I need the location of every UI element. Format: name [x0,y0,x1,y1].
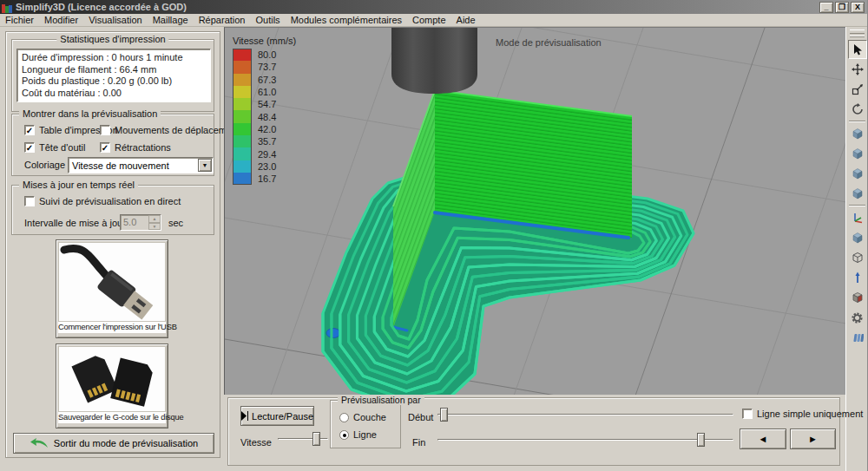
retractions-checkbox[interactable]: ✓ [100,142,110,153]
close-button[interactable]: X [851,2,865,13]
menu-item-outils[interactable]: Outils [251,14,286,26]
legend-swatch [233,49,252,61]
checkbox-live-preview[interactable]: Suivi de prévisualisation en direct [24,196,181,206]
realtime-updates-group: Mises à jour en temps réel Suivi de prév… [11,185,214,235]
save-gcode-button[interactable]: Sauvegarder le G-code sur le disque [56,343,168,428]
checkbox-travel-moves[interactable]: Mouvements de déplacement [100,125,240,135]
settings-button[interactable] [848,308,867,327]
cursor-icon [852,43,864,56]
start-slider[interactable] [437,408,733,422]
usb-plug-image [58,242,166,322]
menu-bar: FichierModifierVisualisationMaillageRépa… [0,14,868,27]
move-tool-button[interactable] [848,60,867,79]
legend-value: 48.4 [258,112,276,122]
filament-gauge-button[interactable] [848,328,867,347]
step-forward-button[interactable]: ► [790,428,836,449]
show-in-preview-title: Montrer dans la prévisualisation [19,108,161,119]
legend-swatch [233,74,252,86]
select-tool-button[interactable] [848,40,867,59]
menu-item-modifier[interactable]: Modifier [39,14,83,26]
checkbox-retractions[interactable]: ✓ Rétractations [100,142,171,153]
z-height-button[interactable] [848,268,867,287]
toolhead-checkbox[interactable]: ✓ [24,142,35,153]
model-cube-button[interactable] [848,228,867,247]
legend-swatch [233,98,252,110]
legend-value: 42.0 [258,124,276,134]
menu-item-aide[interactable]: Aide [451,14,481,26]
menu-item-r-paration[interactable]: Réparation [194,14,251,26]
legend-value: 61.0 [258,87,276,97]
move-icon [852,63,864,75]
legend-entry: 16.7 [233,173,296,185]
preview-by-group: Prévisualisation par Couche Ligne [330,400,401,448]
travel-moves-label: Mouvements de déplacement [115,125,240,135]
menu-item-maillage[interactable]: Maillage [148,14,194,26]
step-back-button[interactable]: ◄ [740,428,786,449]
toolbar-gripper[interactable] [850,29,865,34]
rotate-tool-button[interactable] [848,100,867,119]
play-pause-button[interactable]: Lecture/Pause [240,406,314,426]
legend-entry: 23.0 [233,160,296,173]
view-cube-top-button[interactable] [848,144,867,163]
play-pause-label: Lecture/Pause [252,411,313,422]
green-back-arrow-icon [30,437,49,449]
view-cube-side-button[interactable] [848,184,867,203]
minimize-button[interactable]: _ [819,2,833,13]
wireframe-cube-icon [852,252,864,264]
menu-item-modules-compl-mentaires[interactable]: Modules complémentaires [286,14,407,26]
legend-entry: 80.0 [233,49,296,61]
start-slider-handle[interactable] [440,408,448,422]
live-preview-checkbox[interactable] [24,196,35,206]
spinner-down-icon[interactable]: ▼ [148,223,161,231]
single-line-checkbox[interactable] [742,409,753,419]
speed-legend-title: Vitesse (mm/s) [233,36,296,46]
speed-slider-handle[interactable] [312,432,320,446]
cross-section-button[interactable] [848,288,867,307]
view-cube-front-button[interactable] [848,164,867,183]
scale-tool-button[interactable] [848,80,867,99]
stat-print-time: Durée d'impression : 0 hours 1 minute [22,52,206,64]
legend-swatch [233,110,252,122]
exit-preview-button[interactable]: Sortir du mode de prévisualisation [13,433,214,454]
preview-3d-viewport[interactable]: Vitesse (mm/s) 80.073.767.361.054.748.44… [224,27,845,395]
layer-radio[interactable] [339,413,349,422]
layer-radio-label: Couche [353,412,386,422]
radio-layer[interactable]: Couche [339,412,386,422]
preview-by-title: Prévisualisation par [338,395,424,405]
update-interval-spinner[interactable]: 5.0 ▲▼ [120,214,161,231]
checkbox-toolhead[interactable]: ✓ Tête d'outil [24,142,85,153]
coordinate-axes-button[interactable] [848,208,867,227]
dropdown-arrow-icon[interactable]: ▼ [198,159,212,172]
start-label: Début [408,412,433,422]
coloring-dropdown[interactable]: Vitesse de mouvement ▼ [68,157,214,173]
sd-cards-image [58,346,166,412]
print-bed-checkbox[interactable]: ✓ [24,125,35,135]
speed-slider[interactable] [278,432,328,446]
checkbox-single-line[interactable]: Ligne simple uniquement [742,409,863,419]
window-title: Simplify3D (Licence accordée à GOD) [16,2,187,12]
travel-moves-checkbox[interactable] [100,125,110,135]
start-usb-print-button[interactable]: Commencer l'impression sur l'USB [56,239,168,338]
stat-material-cost: Coût du matériau : 0.00 [22,88,206,100]
radio-line[interactable]: Ligne [339,429,377,440]
end-slider-handle[interactable] [697,433,705,447]
print-statistics-title: Statistiques d'impression [56,34,168,44]
spinner-up-icon[interactable]: ▲ [148,215,161,223]
restore-button[interactable]: ❐ [835,2,849,13]
end-slider[interactable] [437,433,733,447]
preview-side-panel: Statistiques d'impression Durée d'impres… [5,31,220,458]
menu-item-visualisation[interactable]: Visualisation [83,14,148,26]
legend-value: 73.7 [258,62,276,72]
3d-scene[interactable] [225,28,845,395]
line-radio-label: Ligne [353,429,377,440]
menu-item-fichier[interactable]: Fichier [0,14,39,26]
view-cube-default-button[interactable] [848,124,867,143]
save-gcode-label: Sauvegarder le G-code sur le disque [58,412,166,423]
line-radio[interactable] [339,430,349,440]
app-logo-icon [2,2,12,12]
menu-item-compte[interactable]: Compte [407,14,451,26]
realtime-updates-title: Mises à jour en temps réel [19,180,138,190]
update-interval-value: 5.0 [121,215,148,230]
wireframe-view-button[interactable] [848,248,867,267]
legend-entry: 73.7 [233,61,296,73]
